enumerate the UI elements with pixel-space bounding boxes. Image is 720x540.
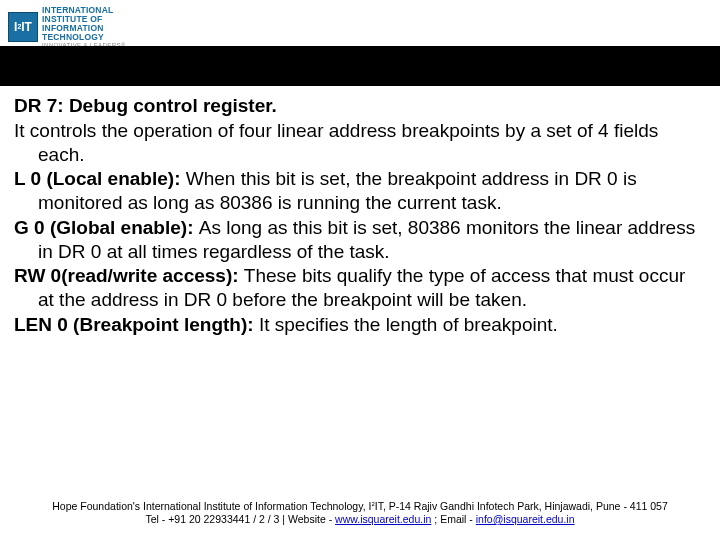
logo-mark: I2IT bbox=[8, 12, 38, 42]
logo-text: INTERNATIONAL INSTITUTE OF INFORMATION T… bbox=[42, 6, 126, 48]
logo-line: TECHNOLOGY bbox=[42, 33, 126, 42]
body-paragraph: It controls the operation of four linear… bbox=[14, 119, 706, 167]
website-link[interactable]: www.isquareit.edu.in bbox=[335, 513, 431, 525]
slide-footer: Hope Foundation's International Institut… bbox=[0, 500, 720, 526]
title-bar bbox=[0, 46, 720, 86]
body-paragraph: L 0 (Local enable): When this bit is set… bbox=[14, 167, 706, 215]
body-paragraph: G 0 (Global enable): As long as this bit… bbox=[14, 216, 706, 264]
institute-logo: I2IT INTERNATIONAL INSTITUTE OF INFORMAT… bbox=[8, 6, 126, 48]
body-title: DR 7: Debug control register. bbox=[14, 94, 706, 118]
footer-contact: Tel - +91 20 22933441 / 2 / 3 | Website … bbox=[0, 513, 720, 526]
body-paragraph: RW 0(read/write access): These bits qual… bbox=[14, 264, 706, 312]
slide-body: DR 7: Debug control register. It control… bbox=[14, 94, 706, 338]
email-link[interactable]: info@isquareit.edu.in bbox=[476, 513, 575, 525]
body-paragraph: LEN 0 (Breakpoint length): It specifies … bbox=[14, 313, 706, 337]
footer-address: Hope Foundation's International Institut… bbox=[0, 500, 720, 513]
